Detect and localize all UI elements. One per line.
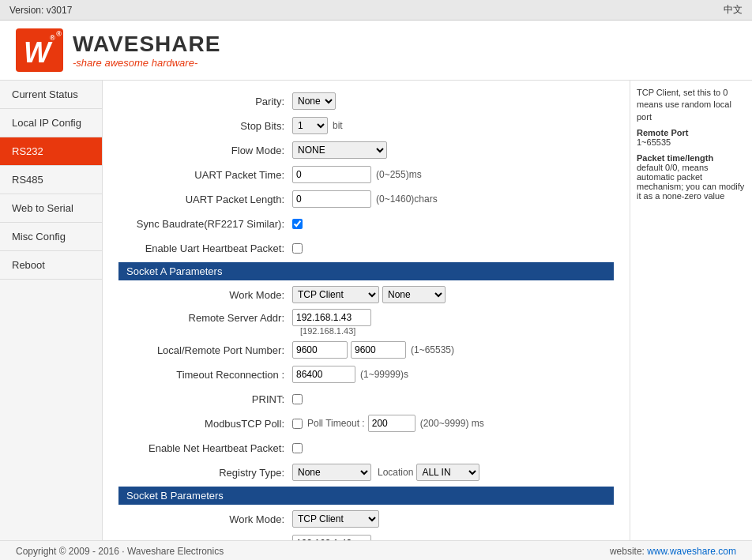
footer-website-link[interactable]: www.waveshare.com bbox=[647, 546, 736, 557]
parity-label: Parity: bbox=[118, 96, 292, 107]
sidebar-item-web-to-serial[interactable]: Web to Serial bbox=[0, 194, 102, 223]
work-mode-a-select[interactable]: TCP Client TCP Server UDP Client UDP Ser… bbox=[292, 286, 379, 303]
enable-heartbeat-label: Enable Uart Heartbeat Packet: bbox=[118, 242, 292, 254]
timeout-hint: (1~99999)s bbox=[360, 369, 408, 380]
logo-container: W ® WAVESHARE -share awesome hardware- bbox=[16, 28, 220, 72]
sidebar-item-local-ip-config[interactable]: Local IP Config bbox=[0, 109, 102, 137]
brand-tagline: -share awesome hardware- bbox=[73, 57, 220, 69]
logo-icon: W ® bbox=[16, 28, 63, 72]
local-remote-port-label: Local/Remote Port Number: bbox=[118, 344, 292, 356]
sync-baud-label: Sync Baudrate(RF2217 Similar): bbox=[118, 218, 292, 230]
uart-packet-length-hint: (0~1460)chars bbox=[376, 194, 438, 205]
registry-type-label: Registry Type: bbox=[118, 467, 292, 479]
lang-switch[interactable]: 中文 bbox=[724, 3, 743, 17]
help-item-remote-port: Remote Port 1~65535 bbox=[637, 128, 746, 147]
timeout-reconnection-label: Timeout Reconnection : bbox=[118, 369, 292, 381]
print-checkbox[interactable] bbox=[292, 394, 303, 404]
stopbits-label: Stop Bits: bbox=[118, 120, 292, 132]
uart-packet-time-input[interactable]: 0 bbox=[292, 166, 371, 183]
uart-packet-length-input[interactable] bbox=[292, 190, 371, 208]
remote-server-a-label: Remote Server Addr: bbox=[118, 312, 292, 324]
work-mode-a-extra-select[interactable]: None bbox=[382, 286, 446, 303]
parity-select[interactable]: None Odd Even bbox=[292, 92, 336, 110]
local-port-input[interactable] bbox=[292, 341, 348, 359]
svg-text:®: ® bbox=[50, 34, 55, 42]
registry-select[interactable]: None bbox=[292, 464, 371, 481]
help-text1: TCP Client, set this to 0 means use rand… bbox=[637, 87, 746, 123]
work-mode-b-select[interactable]: TCP Client bbox=[292, 510, 379, 528]
sync-baud-checkbox[interactable] bbox=[292, 219, 303, 229]
help-item1-title: Remote Port bbox=[637, 128, 688, 137]
uart-packet-time-label: UART Packet Time: bbox=[118, 169, 292, 181]
timeout-input[interactable] bbox=[292, 366, 355, 383]
remote-server-a-input[interactable] bbox=[292, 309, 371, 326]
stopbits-select[interactable]: 1 2 bbox=[292, 117, 328, 134]
modbustcp-poll-label: ModbusTCP Poll: bbox=[118, 418, 292, 430]
heartbeat-net-checkbox[interactable] bbox=[292, 443, 303, 453]
sidebar-item-current-status[interactable]: Current Status bbox=[0, 81, 102, 109]
location-label: Location bbox=[378, 467, 413, 478]
work-mode-b-label: Work Mode: bbox=[118, 513, 292, 525]
poll-timeout-label: Poll Timeout : bbox=[307, 418, 365, 429]
heartbeat-net-label: Enable Net Heartbeat Packet: bbox=[118, 442, 292, 454]
poll-timeout-hint: (200~9999) ms bbox=[420, 418, 484, 429]
work-mode-a-label: Work Mode: bbox=[118, 289, 292, 301]
help-panel: TCP Client, set this to 0 means use rand… bbox=[630, 81, 752, 540]
main-content: Parity: None Odd Even Stop Bits: 1 2 bit bbox=[103, 81, 630, 540]
stopbits-unit: bit bbox=[333, 120, 343, 131]
footer-copyright: Copyright © 2009 - 2016 · Waveshare Elec… bbox=[16, 546, 224, 557]
remote-server-a-hint: [192.168.1.43] bbox=[300, 326, 355, 336]
remote-server-b-input[interactable] bbox=[292, 535, 371, 540]
footer-website: website: www.waveshare.com bbox=[610, 546, 736, 557]
socket-b-header: Socket B Parameters bbox=[118, 487, 614, 505]
footer: Copyright © 2009 - 2016 · Waveshare Elec… bbox=[0, 540, 752, 560]
sidebar: Current Status Local IP Config RS232 RS4… bbox=[0, 81, 103, 540]
port-hint: (1~65535) bbox=[411, 344, 454, 355]
poll-timeout-input[interactable] bbox=[368, 415, 415, 432]
sidebar-item-rs485[interactable]: RS485 bbox=[0, 166, 102, 194]
version-label: Version: v3017 bbox=[9, 5, 72, 16]
location-select[interactable]: ALL IN bbox=[416, 464, 479, 481]
sidebar-item-misc-config[interactable]: Misc Config bbox=[0, 223, 102, 251]
flowmode-label: Flow Mode: bbox=[118, 145, 292, 156]
sidebar-item-reboot[interactable]: Reboot bbox=[0, 251, 102, 280]
svg-text:W: W bbox=[24, 36, 53, 68]
brand-text: WAVESHARE -share awesome hardware- bbox=[73, 32, 220, 69]
flowmode-select[interactable]: NONE Hardware Software bbox=[292, 141, 387, 159]
sidebar-item-rs232[interactable]: RS232 bbox=[0, 137, 102, 166]
help-item2-text: default 0/0, means automatic packet mech… bbox=[637, 163, 744, 201]
socket-a-header: Socket A Parameters bbox=[118, 262, 614, 280]
uart-packet-length-label: UART Packet Length: bbox=[118, 194, 292, 205]
modbustcp-checkbox[interactable] bbox=[292, 419, 303, 429]
help-item1-text: 1~65535 bbox=[637, 137, 671, 147]
uart-packet-time-hint: (0~255)ms bbox=[376, 169, 422, 180]
print-label: PRINT: bbox=[118, 393, 292, 405]
brand-name: WAVESHARE bbox=[73, 32, 220, 57]
remote-port-input[interactable] bbox=[351, 341, 406, 359]
help-item-packet: Packet time/length default 0/0, means au… bbox=[637, 153, 746, 201]
enable-heartbeat-checkbox[interactable] bbox=[292, 243, 303, 254]
help-item2-title: Packet time/length bbox=[637, 153, 713, 163]
